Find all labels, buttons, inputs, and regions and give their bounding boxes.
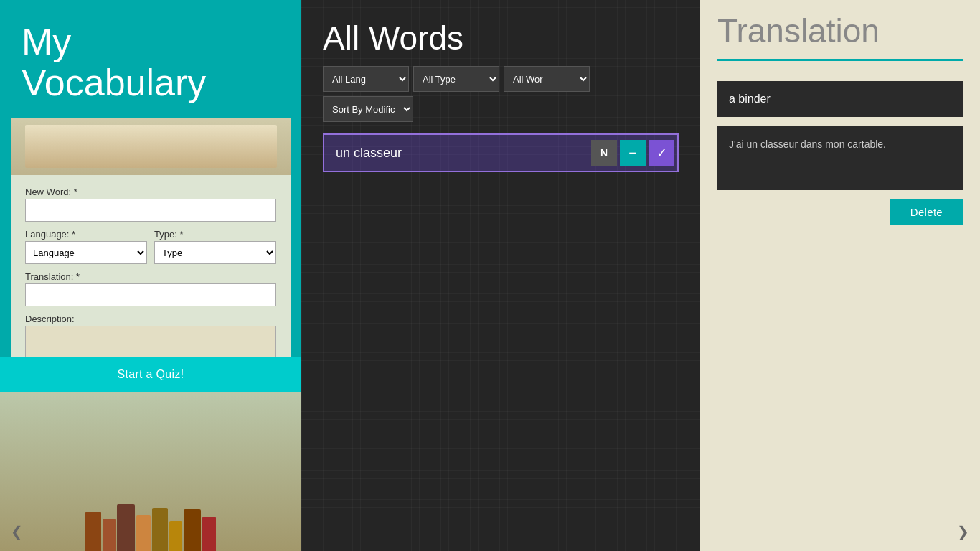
right-panel: Translation a binder J'ai un classeur da… <box>700 0 980 551</box>
left-panel: My Vocabulary New Word: * Language: * La… <box>0 0 301 551</box>
type-field-group: Type: * Type <box>154 229 276 264</box>
translation-card: a binder <box>717 81 963 117</box>
app-title-line2: Vocabulary <box>22 62 206 103</box>
language-select[interactable]: Language <box>25 241 147 264</box>
translation-field-group: Translation: * <box>25 271 276 306</box>
description-card: J'ai un classeur dans mon cartable. <box>717 126 963 190</box>
nav-left-button[interactable]: ❮ <box>11 523 23 540</box>
sort-filter[interactable]: Sort By Modific <box>323 96 413 122</box>
language-field-group: Language: * Language <box>25 229 147 264</box>
word-list: un classeur N − ✓ <box>323 133 679 172</box>
app-title: My Vocabulary <box>0 0 301 118</box>
word-item[interactable]: un classeur N − ✓ <box>323 133 679 172</box>
new-word-input[interactable] <box>25 199 276 222</box>
all-words-title: All Words <box>323 22 679 55</box>
add-word-form: New Word: * Language: * Language Type: *… <box>11 175 291 357</box>
delete-button[interactable]: Delete <box>890 199 963 225</box>
translation-input[interactable] <box>25 283 276 306</box>
description-label: Description: <box>25 314 276 324</box>
word-text: un classeur <box>324 146 591 161</box>
word-check-icon: ✓ <box>649 140 674 166</box>
nav-right-button[interactable]: ❯ <box>957 523 969 540</box>
translation-form-label: Translation: * <box>25 271 276 282</box>
description-field-group: Description: <box>25 314 276 357</box>
teal-divider <box>717 59 963 61</box>
translation-title: Translation <box>717 14 963 47</box>
type-select[interactable]: Type <box>154 241 276 264</box>
filter-bar: All Lang All Type All Wor Sort By Modifi… <box>323 66 679 122</box>
words-filter[interactable]: All Wor <box>504 66 590 92</box>
language-filter[interactable]: All Lang <box>323 66 409 92</box>
language-label: Language: * <box>25 229 147 240</box>
word-remove-button[interactable]: − <box>620 140 646 166</box>
app-title-line1: My <box>22 21 71 62</box>
new-word-field-group: New Word: * <box>25 187 276 222</box>
type-filter[interactable]: All Type <box>413 66 499 92</box>
start-quiz-button[interactable]: Start a Quiz! <box>0 357 301 392</box>
word-badge: N <box>591 140 617 166</box>
middle-panel: All Words All Lang All Type All Wor Sort… <box>301 0 700 551</box>
type-label: Type: * <box>154 229 276 240</box>
new-word-label: New Word: * <box>25 187 276 197</box>
description-input[interactable] <box>25 326 276 357</box>
